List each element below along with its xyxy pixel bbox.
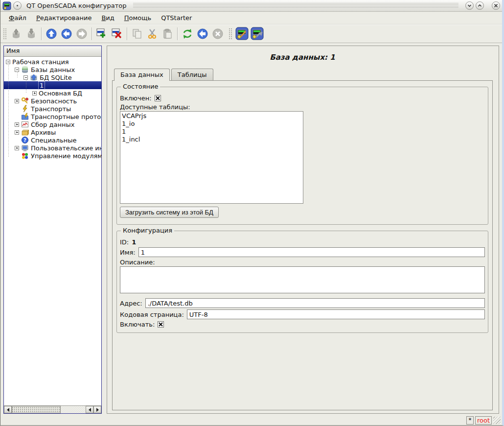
up-level-button[interactable]	[44, 26, 59, 41]
close-button[interactable]	[492, 1, 500, 10]
tab-tables[interactable]: Таблицы	[171, 69, 213, 80]
save-to-db-button[interactable]	[24, 26, 39, 41]
menu-qtstarter[interactable]: QTStarter	[157, 13, 196, 23]
description-field[interactable]	[120, 266, 485, 293]
menu-view[interactable]: Вид	[97, 13, 118, 23]
sticky-icon	[15, 3, 20, 8]
collapse-icon[interactable]	[23, 75, 28, 80]
security-icon	[21, 97, 29, 105]
paste-button[interactable]	[160, 26, 175, 41]
collapse-icon[interactable]	[15, 68, 19, 72]
minimize-button[interactable]	[465, 1, 474, 10]
toolbar-drag-handle[interactable]	[3, 28, 7, 40]
toolbar-separator	[41, 27, 42, 40]
back-button[interactable]	[59, 26, 74, 41]
scroll-left-button[interactable]	[4, 406, 12, 413]
expand-icon[interactable]	[15, 122, 19, 127]
tree-item-transports[interactable]: Транспорты	[4, 105, 101, 113]
add-item-button[interactable]	[94, 26, 109, 41]
start-button[interactable]	[195, 26, 210, 41]
tree-item-db-1[interactable]: 1	[4, 81, 101, 89]
scrollbar-track[interactable]	[61, 406, 86, 413]
maximize-button[interactable]	[476, 1, 484, 10]
load-from-db-button[interactable]	[9, 26, 23, 41]
tab-database[interactable]: База данных	[114, 69, 170, 81]
scroll-right-button[interactable]	[93, 406, 101, 413]
vision-module-button[interactable]	[250, 26, 264, 41]
delete-item-button[interactable]	[110, 26, 124, 41]
tree-item-databases[interactable]: Базы данных	[4, 66, 101, 73]
expand-icon[interactable]	[32, 91, 37, 95]
tree-horizontal-scrollbar[interactable]	[4, 405, 101, 413]
add-item-icon	[95, 27, 108, 40]
tree-guide-line	[8, 64, 9, 157]
enabled-checkbox[interactable]	[155, 95, 161, 101]
codepage-field[interactable]	[187, 309, 485, 319]
qtcfg-module-button[interactable]	[234, 26, 249, 41]
refresh-button[interactable]	[180, 26, 195, 41]
titlebar-stripes	[133, 3, 458, 9]
expand-icon[interactable]	[15, 130, 19, 135]
tree-item-security[interactable]: Безопасность	[4, 97, 101, 105]
tree-body: Рабочая станция Базы данных БД SQLite 1	[4, 57, 101, 405]
menu-help[interactable]: Помощь	[120, 13, 156, 23]
expand-icon[interactable]	[15, 146, 19, 150]
copy-icon	[131, 28, 143, 40]
tree-item-special[interactable]: ? Специальные	[4, 136, 101, 144]
copy-button[interactable]	[130, 26, 144, 41]
tree-guide-line	[17, 72, 18, 77]
tree-item-data-acquisition[interactable]: Сбор данных	[4, 120, 101, 128]
id-label: ID:	[120, 238, 129, 246]
toolbar-drag-handle[interactable]	[229, 28, 232, 40]
tree-item-sqlite[interactable]: БД SQLite	[4, 73, 101, 81]
scrollbar-thumb[interactable]	[12, 406, 61, 413]
tree-item-main-db[interactable]: Основная БД	[4, 89, 101, 97]
codepage-label: Кодовая страница:	[120, 311, 184, 318]
address-field[interactable]	[145, 298, 485, 308]
enable-checkbox[interactable]	[158, 321, 164, 328]
cut-button[interactable]	[145, 26, 160, 41]
lightning-icon	[21, 105, 29, 113]
triangle-left-icon	[7, 408, 9, 412]
menu-file[interactable]: Файл	[4, 13, 31, 23]
tree-item-archives[interactable]: Архивы	[4, 128, 101, 136]
tables-listbox[interactable]: VCAPrjs 1_io 1 1_incl	[120, 111, 303, 204]
stop-button[interactable]	[210, 26, 225, 41]
tab-content: Состояние Включен: Доступные таблицы: VC…	[112, 80, 493, 410]
enable-label: Включать:	[120, 321, 155, 328]
menu-edit[interactable]: Редактирование	[32, 13, 96, 23]
current-user-badge[interactable]: root	[475, 416, 492, 425]
tree-item-user-interfaces[interactable]: Пользовательские интерфейсы	[4, 144, 101, 152]
check-x-icon	[158, 322, 163, 327]
archive-icon	[21, 128, 29, 136]
list-item[interactable]: 1_io	[122, 120, 301, 128]
collapse-icon[interactable]	[6, 60, 10, 64]
navigation-tree-panel: Имя Рабочая станция Базы данных БД	[3, 46, 102, 414]
state-group-title: Состояние	[121, 83, 160, 90]
database-module-icon	[30, 73, 38, 81]
config-groupbox: Конфигурация ID: 1 Имя: Описание: Адрес	[116, 231, 488, 333]
resize-grip-icon[interactable]	[493, 417, 501, 424]
qtcfg-module-icon	[235, 27, 249, 40]
scroll-left-button[interactable]	[86, 406, 93, 413]
close-icon	[493, 3, 499, 8]
list-item[interactable]: 1	[122, 128, 301, 136]
list-item[interactable]: 1_incl	[122, 136, 301, 143]
tree-item-module-management[interactable]: Управление модулями	[4, 152, 101, 160]
menubar: Файл Редактирование Вид Помощь QTStarter	[0, 12, 502, 24]
app-icon	[2, 1, 11, 10]
list-item[interactable]: VCAPrjs	[122, 112, 301, 120]
tree-column-header[interactable]: Имя	[4, 46, 101, 57]
load-system-button[interactable]: Загрузить систему из этой БД	[120, 207, 219, 218]
expand-icon[interactable]	[15, 99, 19, 103]
folder-lightning-icon	[21, 113, 29, 120]
monitor-icon	[21, 144, 29, 152]
name-field[interactable]	[138, 247, 485, 257]
sticky-button[interactable]	[13, 1, 22, 10]
tab-bar: База данных Таблицы	[112, 69, 493, 80]
tree-item-workstation[interactable]: Рабочая станция	[4, 58, 101, 66]
databases-icon	[21, 66, 29, 73]
tree-item-transport-protocols[interactable]: Транспортные протоколы	[4, 113, 101, 120]
toolbar-separator	[177, 27, 178, 40]
forward-button[interactable]	[74, 26, 89, 41]
